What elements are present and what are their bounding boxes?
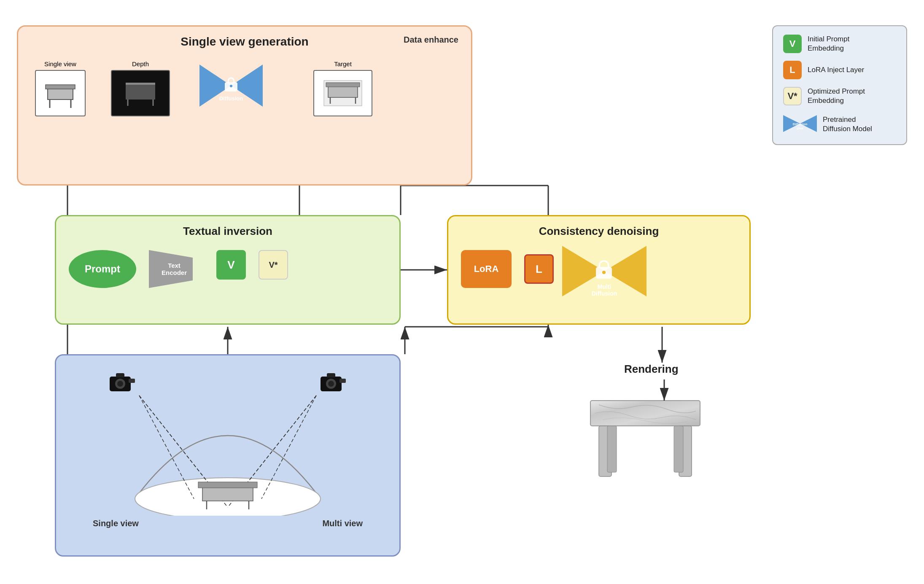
svg-rect-55 bbox=[129, 379, 135, 383]
rendering-arrow bbox=[656, 377, 673, 403]
svg-rect-69 bbox=[198, 482, 257, 488]
v-embed: V bbox=[216, 250, 246, 280]
legend-badge-vstar: V* bbox=[783, 87, 802, 105]
legend-text-l: LoRA Inject Layer bbox=[808, 65, 864, 75]
dome-scene bbox=[110, 389, 346, 516]
legend-item-l: L LoRA Inject Layer bbox=[783, 61, 896, 79]
svg-point-58 bbox=[328, 381, 334, 387]
svg-text:Diffusion: Diffusion bbox=[793, 122, 808, 126]
consistency-box: Consistency denoising LoRA L Multi Diffu… bbox=[447, 215, 751, 325]
svg-rect-32 bbox=[126, 83, 155, 85]
target-icon bbox=[320, 76, 366, 110]
svg-rect-76 bbox=[674, 426, 683, 472]
svg-rect-54 bbox=[116, 373, 124, 377]
prompt-ellipse: Prompt bbox=[69, 250, 136, 288]
diffusion-bowtie: Diffusion bbox=[199, 60, 263, 111]
l-inject-node: L bbox=[524, 254, 554, 284]
data-enhance-label: Data enhance bbox=[404, 35, 458, 45]
main-container: Single view generation Single view Depth bbox=[0, 0, 924, 584]
rendering-label: Rendering bbox=[624, 363, 679, 376]
multi-diffusion-bowtie: Multi Diffusion bbox=[562, 242, 647, 301]
single-view-node: Single view bbox=[35, 60, 86, 116]
legend-text-vstar: Optimized PromptEmbedding bbox=[808, 87, 865, 105]
svg-rect-59 bbox=[327, 373, 335, 377]
svg-rect-31 bbox=[126, 83, 155, 100]
svg-rect-68 bbox=[202, 486, 253, 501]
svg-rect-72 bbox=[590, 401, 700, 426]
vstar-node: V* bbox=[259, 250, 288, 280]
depth-label: Depth bbox=[111, 60, 170, 67]
vstar-embed: V* bbox=[259, 250, 288, 280]
legend-text-diffusion: PretrainedDiffusion Model bbox=[823, 115, 872, 134]
svg-point-38 bbox=[230, 85, 232, 87]
multi-view-label: Multi view bbox=[322, 519, 363, 528]
l-inject: L bbox=[524, 254, 554, 284]
svg-rect-42 bbox=[326, 83, 360, 87]
single-view-label: Single view bbox=[93, 519, 139, 528]
single-view-label: Single view bbox=[35, 60, 86, 67]
target-label: Target bbox=[313, 60, 372, 67]
legend-item-diffusion: Diffusion Unet PretrainedDiffusion Model bbox=[783, 113, 896, 136]
multiview-box: Single view Multi view bbox=[55, 354, 401, 557]
legend-badge-v: V bbox=[783, 35, 802, 53]
text-encoder: Text Encoder bbox=[149, 250, 204, 288]
svg-rect-27 bbox=[46, 85, 75, 89]
single-view-gen-title: Single view generation bbox=[27, 35, 463, 48]
depth-image bbox=[111, 70, 170, 116]
single-view-gen-box: Single view generation Single view Depth bbox=[17, 25, 472, 186]
single-view-image bbox=[35, 70, 86, 116]
legend-bowtie-container: Diffusion Unet bbox=[783, 113, 817, 136]
prompt-node: Prompt bbox=[69, 250, 136, 288]
furniture-icon bbox=[41, 76, 79, 110]
legend-item-v: V Initial PromptEmbedding bbox=[783, 35, 896, 53]
consistency-title: Consistency denoising bbox=[457, 225, 741, 238]
lora-box: LoRA bbox=[461, 250, 512, 288]
svg-rect-75 bbox=[607, 426, 617, 472]
textual-inv-box: Textual inversion Prompt Text Encoder V … bbox=[55, 215, 401, 325]
lora-node: LoRA bbox=[461, 250, 512, 288]
marble-table-svg bbox=[582, 388, 708, 506]
legend-badge-l: L bbox=[783, 61, 802, 79]
depth-icon bbox=[117, 76, 164, 110]
rendered-table bbox=[582, 388, 708, 506]
svg-point-53 bbox=[117, 381, 123, 387]
target-image bbox=[313, 70, 372, 116]
diffusion-node: Diffusion bbox=[199, 60, 263, 113]
v-embed-node: V bbox=[216, 250, 246, 280]
multi-diffusion-node: Multi Diffusion bbox=[562, 242, 647, 302]
legend-item-vstar: V* Optimized PromptEmbedding bbox=[783, 87, 896, 105]
svg-text:Diffusion: Diffusion bbox=[219, 95, 243, 102]
svg-text:Diffusion: Diffusion bbox=[592, 290, 617, 297]
svg-rect-60 bbox=[339, 379, 346, 383]
legend-bowtie-icon: Diffusion Unet bbox=[783, 113, 817, 134]
legend-text-v: Initial PromptEmbedding bbox=[808, 35, 849, 53]
legend-box: V Initial PromptEmbedding L LoRA Inject … bbox=[772, 25, 907, 145]
depth-node: Depth bbox=[111, 60, 170, 116]
svg-point-48 bbox=[602, 271, 606, 274]
text-encoder-node: Text Encoder bbox=[149, 250, 204, 288]
svg-text:Multi: Multi bbox=[598, 283, 612, 290]
textual-inv-title: Textual inversion bbox=[65, 225, 391, 238]
multiview-scene: Single view Multi view bbox=[80, 364, 375, 533]
target-node: Target bbox=[313, 60, 372, 116]
svg-text:Unet: Unet bbox=[797, 127, 803, 130]
